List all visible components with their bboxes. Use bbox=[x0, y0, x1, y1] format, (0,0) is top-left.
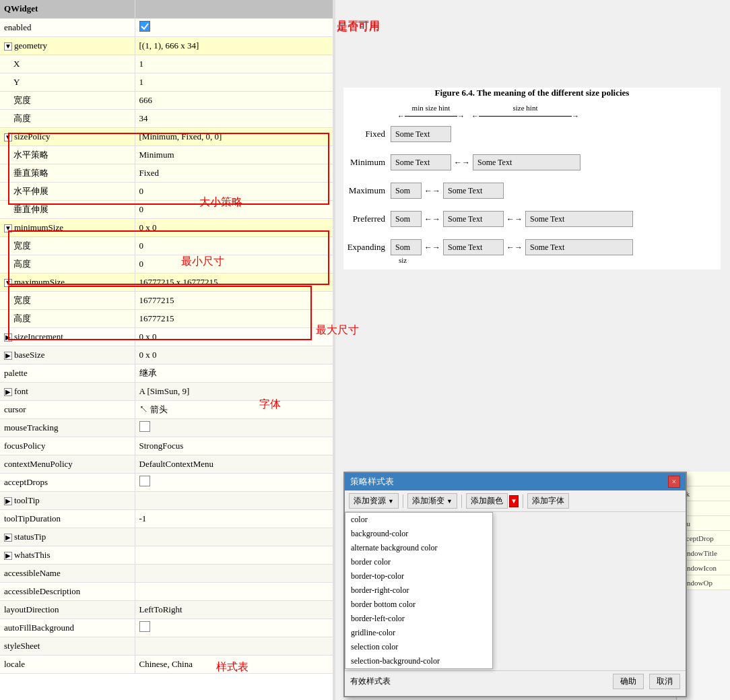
dropdown-item[interactable]: border-top-color bbox=[345, 569, 492, 583]
separator bbox=[461, 495, 462, 508]
annotation-max-size: 最大尺寸 bbox=[316, 323, 359, 338]
hint-text: size hint bbox=[471, 104, 579, 112]
autofill-checkbox[interactable] bbox=[139, 621, 150, 632]
add-resource-label: 添加资源 bbox=[354, 495, 386, 507]
prop-value: [Minimum, Fixed, 0, 0] bbox=[135, 127, 335, 146]
add-gradient-button[interactable]: 添加渐变 ▼ bbox=[407, 493, 457, 509]
annotation-min-size: 最小尺寸 bbox=[181, 255, 224, 269]
dropdown-item[interactable]: color bbox=[345, 513, 492, 527]
add-font-button[interactable]: 添加字体 bbox=[527, 493, 569, 509]
cancel-button[interactable]: 取消 bbox=[649, 674, 680, 689]
dropdown-item[interactable]: border color bbox=[345, 555, 492, 569]
prop-value: 1 bbox=[135, 73, 335, 91]
left-panel-border bbox=[333, 0, 335, 700]
table-row: ▶toolTip bbox=[0, 491, 335, 509]
table-row: palette 继承 bbox=[0, 364, 335, 382]
dropdown-item[interactable]: selection color bbox=[345, 640, 492, 654]
figure-panel: Figure 6.4. The meaning of the different… bbox=[343, 88, 721, 269]
table-row: X 1 bbox=[0, 55, 335, 73]
dropdown-item[interactable]: alternate background color bbox=[345, 541, 492, 555]
prop-value: 16777215 x 16777215 bbox=[135, 273, 335, 291]
prop-value bbox=[135, 618, 335, 637]
table-row: ▶font A [SimSun, 9] bbox=[0, 382, 335, 400]
prop-value: 34 bbox=[135, 109, 335, 127]
accept-drops-checkbox[interactable] bbox=[139, 476, 150, 486]
prop-value: 1 bbox=[135, 55, 335, 73]
dropdown-item[interactable]: border-left-color bbox=[345, 612, 492, 626]
prop-label: Y bbox=[0, 73, 135, 91]
prop-label: X bbox=[0, 55, 135, 73]
table-row: ▶baseSize 0 x 0 bbox=[0, 346, 335, 364]
table-row: styleSheet bbox=[0, 637, 335, 655]
dialog-titlebar: 策略样式表 × bbox=[345, 473, 686, 490]
prop-value: -1 bbox=[135, 509, 335, 528]
add-gradient-label: 添加渐变 bbox=[412, 495, 444, 507]
expand-icon[interactable]: ▶ bbox=[4, 552, 12, 560]
policy-name: Minimum bbox=[343, 157, 391, 168]
enabled-checkbox[interactable] bbox=[139, 21, 150, 32]
expand-icon[interactable]: ▼ bbox=[4, 224, 12, 232]
dropdown-item[interactable]: border-right-color bbox=[345, 583, 492, 598]
dropdown-item[interactable]: selection-background-color bbox=[345, 654, 492, 668]
table-row: ▶whatsThis bbox=[0, 546, 335, 564]
prop-label: 垂直策略 bbox=[0, 164, 135, 182]
policy-row-minimum: Minimum Some Text ←→ Some Text bbox=[343, 151, 721, 174]
prop-label: 水平策略 bbox=[0, 146, 135, 164]
prop-value: StrongFocus bbox=[135, 437, 335, 455]
prop-label: acceptDrops bbox=[0, 473, 135, 491]
prop-value bbox=[135, 473, 335, 491]
add-color-button[interactable]: 添加颜色 bbox=[466, 493, 508, 509]
dialog-title: 策略样式表 bbox=[350, 476, 394, 488]
add-resource-button[interactable]: 添加资源 ▼ bbox=[349, 493, 399, 509]
prop-label: ▶toolTip bbox=[0, 491, 135, 509]
policy-row-preferred: Preferred Som ←→ Some Text ←→ Some Text bbox=[343, 208, 721, 230]
dropdown-item[interactable]: border bottom color bbox=[345, 598, 492, 612]
policy-row-fixed: Fixed Some Text bbox=[343, 123, 721, 146]
dropdown-item[interactable]: gridline-color bbox=[345, 626, 492, 640]
header-label: QWidget bbox=[0, 0, 135, 18]
prop-label: 高度 bbox=[0, 309, 135, 327]
prop-label: contextMenuPolicy bbox=[0, 455, 135, 473]
prop-label: 宽度 bbox=[0, 236, 135, 255]
dialog-close-button[interactable]: × bbox=[668, 476, 680, 488]
add-color-label: 添加颜色 bbox=[471, 495, 503, 507]
prop-value: Minimum bbox=[135, 146, 335, 164]
prop-label: styleSheet bbox=[0, 637, 135, 655]
table-row: ▼geometry [(1, 1), 666 x 34] bbox=[0, 36, 335, 55]
add-color-dropdown[interactable]: ▼ bbox=[509, 495, 519, 507]
dialog-content: color background-color alternate backgro… bbox=[345, 512, 686, 692]
expand-icon[interactable]: ▶ bbox=[4, 333, 12, 342]
expand-icon[interactable]: ▼ bbox=[4, 133, 12, 141]
prop-value bbox=[135, 528, 335, 546]
expand-icon[interactable]: ▶ bbox=[4, 534, 12, 542]
table-row: contextMenuPolicy DefaultContextMenu bbox=[0, 455, 335, 473]
expand-icon[interactable]: ▶ bbox=[4, 497, 12, 505]
prop-label: cursor bbox=[0, 400, 135, 418]
expand-icon[interactable]: ▼ bbox=[4, 42, 12, 51]
table-row: ▼minimumSize 0 x 0 bbox=[0, 218, 335, 236]
arrow-icon: ←→ bbox=[424, 186, 440, 196]
table-row: ▶statusTip bbox=[0, 528, 335, 546]
min-size-hint-label: min size hint ←→ bbox=[397, 104, 465, 120]
prop-value: 0 bbox=[135, 255, 335, 273]
table-row: 宽度 16777215 bbox=[0, 291, 335, 309]
prop-value bbox=[135, 491, 335, 509]
prop-value: 16777215 bbox=[135, 291, 335, 309]
dropdown-arrow-icon: ▼ bbox=[446, 498, 453, 505]
prop-value bbox=[135, 418, 335, 437]
expand-icon[interactable]: ▼ bbox=[4, 279, 12, 287]
expand-icon[interactable]: ▶ bbox=[4, 352, 12, 360]
policy-row-maximum: Maximum Som ←→ Some Text bbox=[343, 179, 721, 202]
dropdown-item[interactable]: background-color bbox=[345, 527, 492, 541]
size-hint-arrow: ←→ bbox=[471, 112, 579, 120]
arrow-icon: ←→ bbox=[424, 214, 440, 224]
table-row: locale Chinese, China bbox=[0, 655, 335, 673]
arrow-icon: ←→ bbox=[454, 158, 470, 168]
policy-box: Som bbox=[391, 239, 422, 255]
prop-label: ▶statusTip bbox=[0, 528, 135, 546]
ok-button[interactable]: 确助 bbox=[613, 674, 644, 689]
mouse-tracking-checkbox[interactable] bbox=[139, 421, 150, 432]
expand-icon[interactable]: ▶ bbox=[4, 388, 12, 396]
prop-value: 16777215 bbox=[135, 309, 335, 327]
dialog-toolbar: 添加资源 ▼ 添加渐变 ▼ 添加颜色 ▼ 添加字体 bbox=[345, 490, 686, 512]
